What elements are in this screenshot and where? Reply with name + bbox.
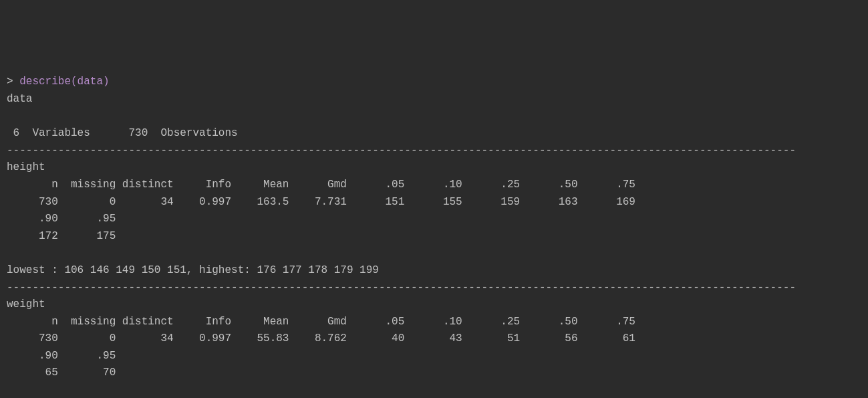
- var-1-headers-2: .90 .95: [7, 350, 116, 362]
- var-0-values-1: 730 0 34 0.997 163.5 7.731 151 155 159 1…: [7, 196, 635, 208]
- console-prompt: >: [7, 76, 19, 88]
- var-0-headers-1: n missing distinct Info Mean Gmd .05 .10…: [7, 179, 635, 191]
- var-1-values-1: 730 0 34 0.997 55.83 8.762 40 43 51 56 6…: [7, 332, 635, 344]
- divider-1: ----------------------------------------…: [7, 144, 796, 157]
- var-0-values-2: 172 175: [7, 230, 116, 242]
- var-name-1: weight: [7, 298, 45, 310]
- divider-2: ----------------------------------------…: [7, 282, 796, 294]
- var-name-0: height: [7, 161, 45, 173]
- var-1-values-2: 65 70: [7, 367, 116, 379]
- output-summary: 6 Variables 730 Observations: [7, 127, 238, 139]
- r-command: describe(data): [19, 76, 109, 88]
- output-title: data: [7, 93, 32, 105]
- var-1-headers-1: n missing distinct Info Mean Gmd .05 .10…: [7, 316, 635, 328]
- var-0-headers-2: .90 .95: [7, 213, 116, 225]
- var-0-extremes: lowest : 106 146 149 150 151, highest: 1…: [7, 264, 379, 276]
